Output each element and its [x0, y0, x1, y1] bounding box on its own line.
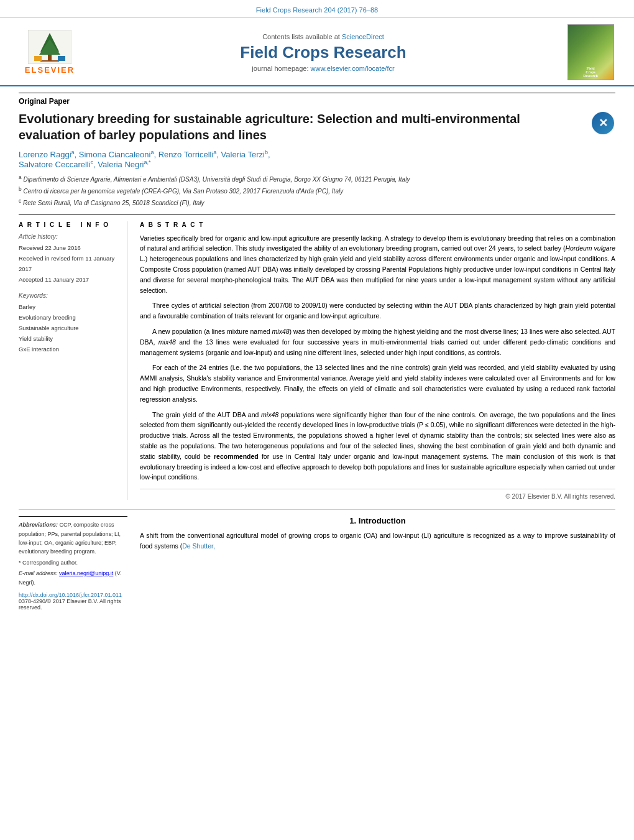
svg-rect-6	[58, 56, 65, 61]
affiliation-c: c Rete Semi Rurali, Via di Casignano 25,…	[19, 197, 615, 208]
footnotes-area: Abbreviations: CCP, composite cross popu…	[19, 516, 127, 587]
authors-line: Lorenzo Raggia, Simona Ciancaleonia, Ren…	[19, 149, 615, 170]
journal-homepage: journal homepage: www.elsevier.com/locat…	[87, 65, 559, 72]
abstract-para-5: The grain yield of the AUT DBA and mix48…	[140, 410, 615, 483]
intro-number: 1.	[349, 516, 356, 525]
email-link[interactable]: valeria.negri@unipg.it	[59, 570, 113, 576]
sciencedirect-info: Contents lists available at ScienceDirec…	[87, 33, 559, 40]
elsevier-logo: ELSEVIER	[12, 30, 87, 75]
article-info-column: A R T I C L E I N F O Article history: R…	[19, 221, 127, 501]
abbreviations-line: Abbreviations: CCP, composite cross popu…	[19, 520, 127, 556]
homepage-prefix: journal homepage:	[252, 65, 310, 72]
article-title: Evolutionary breeding for sustainable ag…	[19, 111, 584, 143]
intro-text-column: 1. Introduction A shift from the convent…	[140, 516, 615, 611]
keywords-block: Keywords: Barley Evolutionary breeding S…	[19, 292, 119, 354]
introduction-section: Abbreviations: CCP, composite cross popu…	[19, 509, 615, 611]
abstract-column: A B S T R A C T Varieties specifically b…	[140, 221, 615, 501]
intro-title: Introduction	[359, 516, 406, 525]
crossmark-icon: ✕	[592, 112, 614, 134]
corresponding-author-note: * Corresponding author.	[19, 558, 127, 567]
intro-paragraph: A shift from the conventional agricultur…	[140, 530, 615, 552]
journal-header-center: Contents lists available at ScienceDirec…	[87, 33, 559, 72]
crossmark-badge-area: ✕	[590, 111, 615, 136]
keywords-label: Keywords:	[19, 292, 119, 299]
issn-text: 0378-4290/© 2017 Elsevier B.V. All right…	[19, 598, 121, 611]
elsevier-tree-icon	[28, 30, 71, 64]
article-info-abstract-row: A R T I C L E I N F O Article history: R…	[19, 215, 615, 501]
cover-text: FieldCropsResearch	[583, 67, 598, 78]
intro-footnotes-column: Abbreviations: CCP, composite cross popu…	[19, 516, 127, 611]
abstract-para-2: Three cycles of artificial selection (fr…	[140, 300, 615, 321]
accepted-date: Accepted 11 January 2017	[19, 274, 119, 285]
received-revised-date: Received in revised form 11 January 2017	[19, 253, 119, 274]
journal-title: Field Crops Research	[87, 43, 559, 62]
homepage-url[interactable]: www.elsevier.com/locate/fcr	[311, 65, 395, 72]
page: Field Crops Research 204 (2017) 76–88	[0, 0, 634, 623]
abstract-para-1: Varieties specifically bred for organic …	[140, 233, 615, 296]
sciencedirect-link[interactable]: ScienceDirect	[342, 33, 384, 40]
affiliation-a: a Dipartimento di Scienze Agrarie, Alime…	[19, 173, 615, 184]
intro-heading: 1. Introduction	[140, 516, 615, 525]
journal-ref-link[interactable]: Field Crops Research 204 (2017) 76–88	[256, 6, 378, 14]
copyright-notice: © 2017 Elsevier B.V. All rights reserved…	[140, 489, 615, 500]
elsevier-label: ELSEVIER	[25, 65, 75, 75]
de-shutter-link[interactable]: De Shutter,	[182, 542, 215, 550]
journal-cover-area: FieldCropsResearch	[559, 24, 622, 80]
received-date: Received 22 June 2016	[19, 242, 119, 253]
title-section: Evolutionary breeding for sustainable ag…	[19, 111, 615, 143]
article-dates: Received 22 June 2016 Received in revise…	[19, 242, 119, 285]
keywords-list: Barley Evolutionary breeding Sustainable…	[19, 302, 119, 354]
journal-bar: Field Crops Research 204 (2017) 76–88	[0, 0, 634, 18]
abstract-heading: A B S T R A C T	[140, 221, 615, 228]
article-history-label: Article history:	[19, 233, 119, 240]
affiliations-block: a Dipartimento di Scienze Agrarie, Alime…	[19, 173, 615, 208]
article-body: Original Paper Evolutionary breeding for…	[0, 86, 634, 623]
keyword-evolutionary: Evolutionary breeding	[19, 312, 119, 323]
affiliation-b: b Centro di ricerca per la genomica vege…	[19, 185, 615, 196]
abstract-text: Varieties specifically bred for organic …	[140, 233, 615, 483]
email-line: E-mail address: valeria.negri@unipg.it (…	[19, 569, 127, 587]
abstract-para-3: A new population (a lines mixture named …	[140, 326, 615, 358]
doi-area: http://dx.doi.org/10.1016/j.fcr.2017.01.…	[19, 592, 127, 611]
abstract-para-4: For each of the 24 entries (i.e. the two…	[140, 362, 615, 404]
keyword-sustainable: Sustainable agriculture	[19, 323, 119, 333]
keyword-barley: Barley	[19, 302, 119, 312]
article-history-block: Article history: Received 22 June 2016 R…	[19, 233, 119, 285]
keyword-gxe: GxE interaction	[19, 344, 119, 354]
doi-link[interactable]: http://dx.doi.org/10.1016/j.fcr.2017.01.…	[19, 592, 122, 598]
article-info-heading: A R T I C L E I N F O	[19, 221, 119, 228]
journal-cover-image: FieldCropsResearch	[567, 24, 614, 80]
publisher-logo-area: ELSEVIER	[12, 30, 87, 75]
svg-rect-5	[34, 56, 42, 61]
article-type-label: Original Paper	[19, 93, 615, 106]
header-section: ELSEVIER Contents lists available at Sci…	[0, 18, 634, 86]
keyword-yield-stability: Yield stability	[19, 333, 119, 344]
sciencedirect-prefix: Contents lists available at	[262, 33, 342, 40]
